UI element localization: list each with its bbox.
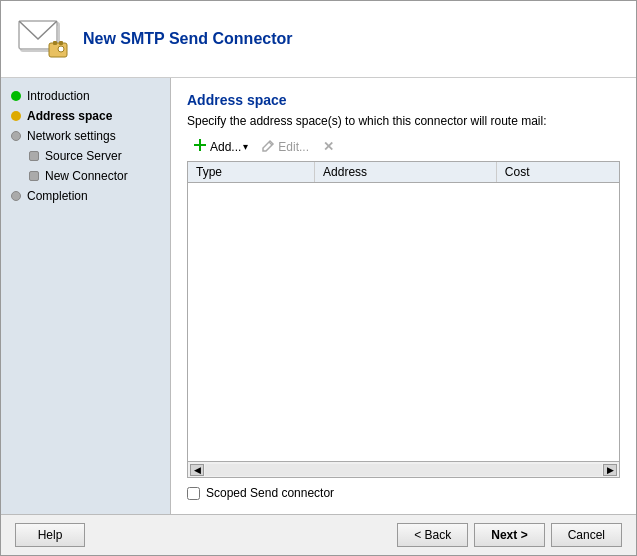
add-dropdown-icon: ▾ [243,141,248,152]
col-address: Address [315,162,497,183]
sidebar-label-address-space: Address space [27,109,112,123]
address-table: Type Address Cost [188,162,619,183]
sidebar-label-network-settings: Network settings [27,129,116,143]
svg-rect-3 [53,41,57,45]
scroll-right-arrow[interactable]: ▶ [603,464,617,476]
header-icon [17,13,69,65]
col-type: Type [188,162,315,183]
cancel-button[interactable]: Cancel [551,523,622,547]
dialog-title: New SMTP Send Connector [83,30,293,48]
sidebar-item-source-server[interactable]: Source Server [1,146,170,166]
col-cost: Cost [496,162,619,183]
add-icon [193,138,207,155]
dot-introduction [11,91,21,101]
scroll-left-arrow[interactable]: ◀ [190,464,204,476]
svg-point-5 [58,46,64,52]
body: Introduction Address space Network setti… [1,78,636,514]
sidebar-label-completion: Completion [27,189,88,203]
edit-icon [262,139,275,155]
scoped-checkbox[interactable] [187,487,200,500]
footer-left: Help [15,523,85,547]
sidebar-label-new-connector: New Connector [45,169,128,183]
scoped-row: Scoped Send connector [187,486,620,500]
help-button[interactable]: Help [15,523,85,547]
header: New SMTP Send Connector [1,1,636,78]
sidebar: Introduction Address space Network setti… [1,78,171,514]
content-description: Specify the address space(s) to which th… [187,114,620,128]
next-button[interactable]: Next > [474,523,544,547]
address-table-container: Type Address Cost ◀ ▶ [187,161,620,478]
dot-completion [11,191,21,201]
back-button[interactable]: < Back [397,523,468,547]
sidebar-item-completion[interactable]: Completion [1,186,170,206]
content-area: Address space Specify the address space(… [171,78,636,514]
sidebar-item-introduction[interactable]: Introduction [1,86,170,106]
add-button[interactable]: Add... ▾ [187,136,254,157]
dot-source-server [29,151,39,161]
dot-address-space [11,111,21,121]
sidebar-item-network-settings[interactable]: Network settings [1,126,170,146]
sidebar-label-source-server: Source Server [45,149,122,163]
sidebar-item-new-connector[interactable]: New Connector [1,166,170,186]
delete-button[interactable]: ✕ [317,137,340,156]
footer-right: < Back Next > Cancel [397,523,622,547]
svg-rect-4 [59,41,63,45]
edit-button[interactable]: Edit... [256,137,315,157]
sidebar-item-address-space[interactable]: Address space [1,106,170,126]
footer: Help < Back Next > Cancel [1,514,636,555]
scroll-track[interactable] [205,464,602,476]
add-label: Add... [210,140,241,154]
edit-label: Edit... [278,140,309,154]
toolbar: Add... ▾ Edit... ✕ [187,136,620,157]
content-title: Address space [187,92,620,108]
scoped-label[interactable]: Scoped Send connector [206,486,334,500]
dialog: New SMTP Send Connector Introduction Add… [0,0,637,556]
sidebar-label-introduction: Introduction [27,89,90,103]
dot-new-connector [29,171,39,181]
svg-rect-7 [194,144,206,146]
dot-network-settings [11,131,21,141]
delete-icon: ✕ [323,139,334,154]
horizontal-scrollbar[interactable]: ◀ ▶ [188,461,619,477]
